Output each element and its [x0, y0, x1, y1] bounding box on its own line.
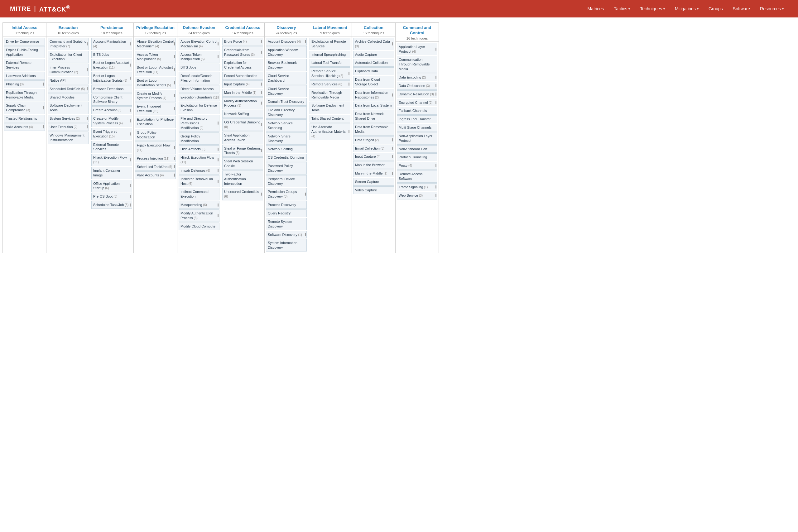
technique-item[interactable]: Execution Guardrails (1)	[178, 94, 220, 101]
technique-item[interactable]: Create Account (3)	[91, 106, 132, 114]
technique-item[interactable]: Application Window Discovery	[266, 46, 307, 59]
technique-item[interactable]: Data Staged (2)	[353, 136, 394, 144]
technique-item[interactable]: Forced Authentication	[222, 72, 263, 80]
technique-item[interactable]: Exploitation for Privilege Escalation	[135, 116, 176, 128]
technique-item[interactable]: Native API	[48, 77, 89, 84]
technique-item[interactable]: Internal Spearphishing	[309, 51, 350, 59]
technique-item[interactable]: Process Injection (11)	[135, 155, 176, 163]
technique-item[interactable]: Brute Force (4)	[222, 38, 263, 45]
technique-item[interactable]: Remote Services (6)	[309, 80, 350, 88]
technique-item[interactable]: Data from Local System	[353, 101, 394, 109]
nav-techniques[interactable]: Techniques	[635, 4, 669, 14]
technique-item[interactable]: Replication Through Removable Media	[309, 89, 350, 101]
technique-item[interactable]: Email Collection (3)	[353, 145, 394, 152]
tactic-name-9[interactable]: Command and Control	[397, 25, 437, 36]
technique-item[interactable]: Windows Management Instrumentation	[48, 132, 89, 144]
technique-item[interactable]: Exploit Public-Facing Application	[4, 46, 45, 59]
technique-item[interactable]: Taint Shared Content	[309, 115, 350, 122]
technique-item[interactable]: Access Token Manipulation (5)	[178, 51, 220, 63]
technique-item[interactable]: Access Token Manipulation (5)	[135, 51, 176, 63]
technique-item[interactable]: Browser Extensions	[91, 85, 132, 93]
technique-item[interactable]: Account Discovery (4)	[266, 38, 307, 45]
nav-resources[interactable]: Resources	[756, 4, 788, 14]
technique-item[interactable]: Ingress Tool Transfer	[397, 115, 437, 123]
technique-item[interactable]: Deobfuscate/Decode Files or Information	[178, 72, 220, 84]
technique-item[interactable]: Dynamic Resolution (3)	[397, 90, 437, 98]
technique-item[interactable]: Hijack Execution Flow (11)	[135, 141, 176, 154]
technique-item[interactable]: Data Encoding (2)	[397, 74, 437, 81]
technique-item[interactable]: Proxy (4)	[397, 162, 437, 170]
technique-item[interactable]: Screen Capture	[353, 178, 394, 186]
technique-item[interactable]: Traffic Signaling (1)	[397, 183, 437, 191]
technique-item[interactable]: Create or Modify System Process (4)	[91, 115, 132, 127]
technique-item[interactable]: Input Capture (4)	[222, 80, 263, 88]
tactic-name-0[interactable]: Initial Access	[4, 25, 45, 31]
tactic-name-2[interactable]: Persistence	[91, 25, 132, 31]
technique-item[interactable]: Indirect Command Execution	[178, 188, 220, 201]
technique-item[interactable]: Video Capture	[353, 186, 394, 194]
technique-item[interactable]: Clipboard Data	[353, 67, 394, 75]
tactic-name-1[interactable]: Execution	[48, 25, 89, 31]
technique-item[interactable]: Office Application Startup (6)	[91, 180, 132, 192]
technique-item[interactable]: Encrypted Channel (2)	[397, 99, 437, 107]
technique-item[interactable]: Implant Container Image	[91, 167, 132, 179]
technique-item[interactable]: Password Policy Discovery	[266, 162, 307, 174]
nav-tactics[interactable]: Tactics	[609, 4, 634, 14]
technique-item[interactable]: Communication Through Removable Media	[397, 56, 437, 73]
technique-item[interactable]: Event Triggered Execution (15)	[91, 128, 132, 140]
technique-item[interactable]: Man-in-the-Middle (1)	[222, 89, 263, 97]
technique-item[interactable]: Remote System Discovery	[266, 218, 307, 230]
technique-item[interactable]: Modify Authentication Process (3)	[222, 97, 263, 110]
technique-item[interactable]: Impair Defenses (6)	[178, 167, 220, 174]
technique-item[interactable]: External Remote Services	[91, 141, 132, 153]
technique-item[interactable]: Boot or Logon Initialization Scripts (5)	[135, 77, 176, 89]
technique-item[interactable]: Multi-Stage Channels	[397, 124, 437, 132]
technique-item[interactable]: Direct Volume Access	[178, 85, 220, 93]
technique-item[interactable]: Domain Trust Discovery	[266, 98, 307, 106]
technique-item[interactable]: Group Policy Modification	[135, 129, 176, 141]
technique-item[interactable]: Archive Collected Data (3)	[353, 38, 394, 50]
technique-item[interactable]: Event Triggered Execution (15)	[135, 102, 176, 115]
tactic-name-8[interactable]: Collection	[353, 25, 394, 31]
technique-item[interactable]: Scheduled Task/Job (5)	[135, 163, 176, 171]
technique-item[interactable]: Network Sniffing	[266, 145, 307, 153]
technique-item[interactable]: Hijack Execution Flow (11)	[91, 154, 132, 166]
technique-item[interactable]: Fallback Channels	[397, 107, 437, 115]
technique-item[interactable]: Trusted Relationship	[4, 115, 45, 122]
technique-item[interactable]: Remote Access Software	[397, 170, 437, 183]
technique-item[interactable]: Network Service Scanning	[266, 119, 307, 132]
technique-item[interactable]: Data from Network Shared Drive	[353, 110, 394, 122]
tactic-name-5[interactable]: Credential Access	[222, 25, 263, 31]
technique-item[interactable]: Command and Scripting Interpreter (7)	[48, 38, 89, 50]
technique-item[interactable]: File and Directory Permissions Modificat…	[178, 115, 220, 132]
technique-item[interactable]: Hide Artifacts (6)	[178, 145, 220, 153]
technique-item[interactable]: Web Service (3)	[397, 192, 437, 200]
technique-item[interactable]: BITS Jobs	[178, 63, 220, 71]
technique-item[interactable]: Exploitation for Defense Evasion	[178, 101, 220, 114]
technique-item[interactable]: Man in the Browser	[353, 161, 394, 169]
tactic-name-6[interactable]: Discovery	[266, 25, 307, 31]
technique-item[interactable]: Cloud Service Dashboard	[266, 72, 307, 84]
technique-item[interactable]: Scheduled Task/Job (5)	[91, 201, 132, 209]
technique-item[interactable]: BITS Jobs	[91, 51, 132, 59]
nav-mitigations[interactable]: Mitigations	[670, 4, 703, 14]
technique-item[interactable]: Two-Factor Authentication Interception	[222, 170, 263, 188]
technique-item[interactable]: Data from Cloud Storage Object	[353, 76, 394, 88]
technique-item[interactable]: Modify Authentication Process (3)	[178, 209, 220, 222]
technique-item[interactable]: Browser Bookmark Discovery	[266, 59, 307, 71]
technique-item[interactable]: Query Registry	[266, 209, 307, 217]
technique-item[interactable]: Indicator Removal on Host (6)	[178, 175, 220, 188]
nav-matrices[interactable]: Matrices	[583, 4, 608, 14]
technique-item[interactable]: File and Directory Discovery	[266, 106, 307, 119]
technique-item[interactable]: Account Manipulation (4)	[91, 38, 132, 50]
technique-item[interactable]: Data Obfuscation (3)	[397, 82, 437, 90]
technique-item[interactable]: Software Deployment Tools	[48, 101, 89, 114]
technique-item[interactable]: Audio Capture	[353, 51, 394, 59]
technique-item[interactable]: Data from Information Repositories (2)	[353, 89, 394, 101]
technique-item[interactable]: Data from Removable Media	[353, 123, 394, 136]
technique-item[interactable]: Peripheral Device Discovery	[266, 175, 307, 188]
technique-item[interactable]: Man-in-the-Middle (1)	[353, 170, 394, 177]
tactic-name-3[interactable]: Privilege Escalation	[135, 25, 176, 31]
technique-item[interactable]: Group Policy Modification	[178, 132, 220, 145]
technique-item[interactable]: Boot or Logon Autostart Execution (11)	[135, 63, 176, 76]
